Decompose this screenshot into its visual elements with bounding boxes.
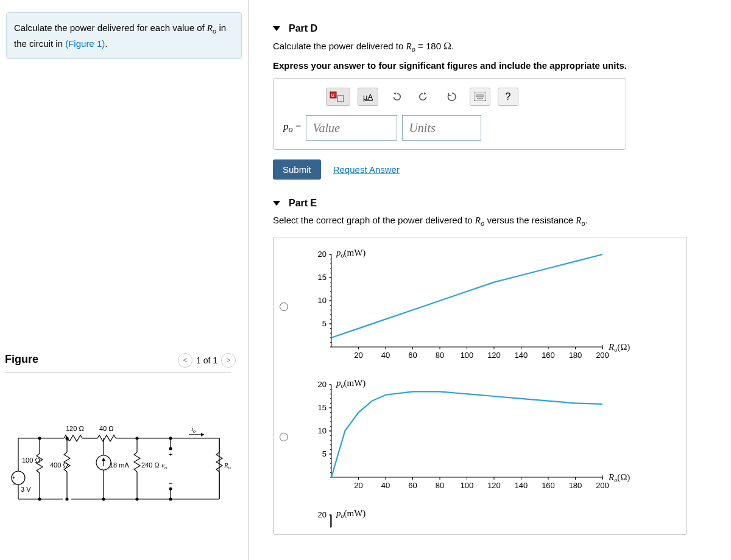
- svg-point-47: [136, 437, 138, 439]
- svg-text:60: 60: [408, 481, 417, 490]
- part-e-header[interactable]: Part E: [273, 198, 719, 209]
- svg-text:5: 5: [322, 319, 327, 328]
- chart-option-1-radio[interactable]: [280, 303, 288, 311]
- svg-text:+: +: [12, 475, 15, 481]
- svg-text:160: 160: [542, 351, 555, 360]
- part-d-instruction: Express your answer to four significant …: [273, 60, 627, 71]
- svg-text:5: 5: [322, 449, 327, 458]
- label-r240: 240 Ω: [141, 461, 160, 469]
- svg-text:100: 100: [461, 351, 474, 360]
- svg-point-36: [169, 447, 172, 450]
- svg-text:po(mW): po(mW): [336, 248, 366, 259]
- svg-text:60: 60: [408, 351, 417, 360]
- svg-text:80: 80: [436, 351, 444, 360]
- problem-statement: Calculate the power delivered for each v…: [6, 12, 242, 59]
- svg-text:120: 120: [487, 481, 501, 490]
- label-plus: +: [169, 450, 172, 458]
- svg-point-44: [66, 437, 68, 439]
- svg-text:140: 140: [515, 351, 528, 360]
- chart-option-2: 510152020406080100120140160180200Ro(Ω)po…: [298, 376, 639, 498]
- part-d-header[interactable]: Part D: [273, 23, 719, 34]
- svg-point-49: [169, 437, 172, 439]
- figure-link[interactable]: (Figure 1): [65, 38, 105, 49]
- part-e-title: Part E: [289, 198, 317, 209]
- label-v3: 3 V: [21, 486, 31, 493]
- problem-text-end: .: [105, 38, 107, 49]
- svg-text:15: 15: [318, 273, 327, 282]
- svg-text:180: 180: [569, 481, 582, 490]
- part-d-title: Part D: [289, 23, 317, 34]
- part-e-prompt: Select the correct graph of the power de…: [273, 215, 719, 228]
- keyboard-button[interactable]: [470, 88, 490, 106]
- answer-lhs: po =: [283, 121, 301, 135]
- mu-a-button[interactable]: µA: [358, 88, 378, 106]
- collapse-icon: [273, 201, 280, 206]
- part-d-prompt: Calculate the power delivered to Ro = 18…: [273, 40, 719, 54]
- problem-var: R: [207, 23, 213, 33]
- svg-text:20: 20: [318, 510, 327, 519]
- svg-text:po(mW): po(mW): [336, 508, 366, 519]
- value-input[interactable]: [306, 115, 397, 141]
- collapse-icon: [273, 26, 280, 31]
- chart-option-1: 510152020406080100120140160180200Ro(Ω)po…: [298, 246, 639, 368]
- svg-text:15: 15: [318, 403, 327, 412]
- svg-text:200: 200: [596, 351, 609, 360]
- svg-text:200: 200: [596, 481, 609, 490]
- figure-divider: [5, 372, 231, 373]
- svg-text:160: 160: [542, 481, 555, 490]
- svg-text:180: 180: [569, 351, 582, 360]
- reset-button[interactable]: [442, 88, 462, 106]
- svg-point-38: [169, 488, 172, 490]
- svg-text:80: 80: [436, 481, 444, 490]
- label-i18: 18 mA: [110, 461, 129, 469]
- chart-option-2-radio[interactable]: [280, 433, 288, 441]
- figure-pager: < 1 of 1 >: [178, 353, 236, 368]
- svg-text:po(mW): po(mW): [336, 378, 366, 389]
- svg-text:120: 120: [487, 351, 501, 360]
- undo-button[interactable]: [386, 88, 406, 106]
- label-r100: 100 Ω: [22, 457, 40, 464]
- svg-text:20: 20: [318, 250, 327, 259]
- svg-point-46: [102, 498, 105, 500]
- svg-rect-52: [337, 96, 344, 102]
- label-r400: 400 Ω: [50, 461, 68, 469]
- svg-text:20: 20: [354, 481, 362, 490]
- svg-text:Ro(Ω): Ro(Ω): [608, 472, 630, 483]
- svg-point-50: [169, 498, 172, 500]
- svg-text:40: 40: [381, 351, 390, 360]
- chart-choices: 510152020406080100120140160180200Ro(Ω)po…: [273, 237, 687, 535]
- figure-prev-button[interactable]: <: [178, 353, 192, 368]
- svg-text:Ro(Ω): Ro(Ω): [608, 342, 630, 353]
- units-input[interactable]: [402, 115, 481, 141]
- svg-text:140: 140: [515, 481, 528, 490]
- chart-option-3: 20po(mW): [298, 506, 639, 531]
- svg-point-48: [136, 498, 138, 500]
- svg-text:10: 10: [318, 296, 327, 305]
- svg-text:100: 100: [461, 481, 474, 490]
- svg-point-43: [38, 498, 41, 500]
- help-button[interactable]: ?: [498, 88, 518, 106]
- figure-page-label: 1 of 1: [196, 355, 217, 365]
- circuit-figure: + −: [6, 420, 238, 517]
- request-answer-link[interactable]: Request Answer: [333, 164, 400, 175]
- svg-text:20: 20: [354, 351, 362, 360]
- svg-text:10: 10: [318, 426, 327, 435]
- redo-button[interactable]: [414, 88, 434, 106]
- label-r120: 120 Ω: [66, 425, 84, 432]
- figure-next-button[interactable]: >: [221, 353, 236, 368]
- templates-button[interactable]: u: [326, 88, 350, 106]
- problem-text-pre: Calculate the power delivered for each v…: [14, 23, 207, 33]
- svg-text:−: −: [12, 481, 15, 487]
- submit-button[interactable]: Submit: [273, 159, 321, 180]
- svg-text:u: u: [331, 93, 334, 97]
- label-r40: 40 Ω: [99, 425, 114, 432]
- answer-box: u µA ? po =: [273, 78, 626, 150]
- label-minus: −: [169, 480, 172, 487]
- svg-point-45: [66, 498, 68, 500]
- svg-text:40: 40: [381, 481, 390, 490]
- svg-point-42: [38, 437, 41, 439]
- svg-text:20: 20: [318, 380, 327, 389]
- answer-toolbar: u µA ?: [326, 87, 616, 107]
